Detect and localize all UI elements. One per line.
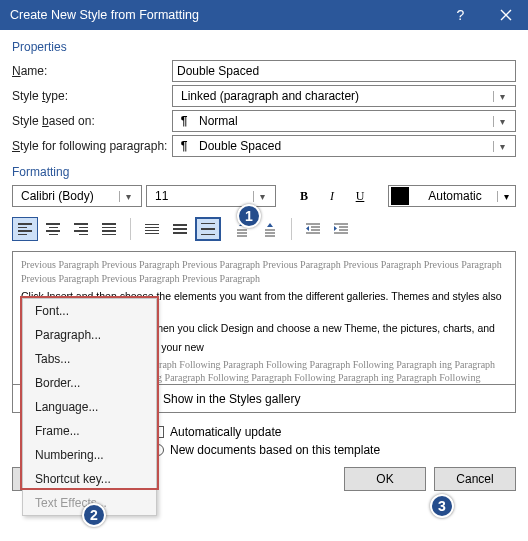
paragraph-toolbar [12, 217, 516, 241]
dialog-title: Create New Style from Formatting [10, 8, 438, 22]
name-input[interactable] [172, 60, 516, 82]
cancel-button[interactable]: Cancel [434, 467, 516, 491]
formatting-heading: Formatting [12, 165, 516, 179]
decrease-indent-button[interactable] [300, 217, 326, 241]
help-button[interactable]: ? [438, 0, 483, 30]
styletype-label: Style type: [12, 89, 172, 103]
spacing-single-button[interactable] [139, 217, 165, 241]
preview-prev-para: Previous Paragraph Previous Paragraph Pr… [21, 258, 507, 285]
menu-paragraph[interactable]: Paragraph... [23, 323, 156, 347]
font-color-select[interactable]: Automatic ▾ [388, 185, 516, 207]
increase-indent-button[interactable] [328, 217, 354, 241]
spacing-double-button[interactable] [195, 217, 221, 241]
ok-button[interactable]: OK [344, 467, 426, 491]
align-right-button[interactable] [68, 217, 94, 241]
callout-2: 2 [82, 503, 106, 527]
menu-font[interactable]: Font... [23, 299, 156, 323]
menu-language[interactable]: Language... [23, 395, 156, 419]
chevron-down-icon: ▾ [253, 191, 271, 202]
space-before-decrease-button[interactable] [257, 217, 283, 241]
spacing-onehalf-button[interactable] [167, 217, 193, 241]
title-bar: Create New Style from Formatting ? [0, 0, 528, 30]
callout-1: 1 [237, 204, 261, 228]
menu-tabs[interactable]: Tabs... [23, 347, 156, 371]
properties-heading: Properties [12, 40, 516, 54]
menu-frame[interactable]: Frame... [23, 419, 156, 443]
format-menu: Font... Paragraph... Tabs... Border... L… [22, 298, 157, 516]
align-justify-button[interactable] [96, 217, 122, 241]
italic-button[interactable]: I [320, 185, 344, 207]
font-size-select[interactable]: 11 ▾ [146, 185, 276, 207]
following-select[interactable]: ¶ Double Spaced ▾ [172, 135, 516, 157]
following-label: Style for following paragraph: [12, 139, 172, 153]
basedon-label: Style based on: [12, 114, 172, 128]
chevron-down-icon: ▾ [119, 191, 137, 202]
chevron-down-icon: ▾ [493, 116, 511, 127]
color-swatch-icon [391, 187, 409, 205]
chevron-down-icon: ▾ [493, 91, 511, 102]
paragraph-mark-icon: ¶ [177, 139, 191, 153]
chevron-down-icon: ▾ [493, 141, 511, 152]
align-center-button[interactable] [40, 217, 66, 241]
underline-button[interactable]: U [348, 185, 372, 207]
menu-border[interactable]: Border... [23, 371, 156, 395]
bold-button[interactable]: B [292, 185, 316, 207]
basedon-select[interactable]: ¶ Normal ▾ [172, 110, 516, 132]
separator [130, 218, 131, 240]
styletype-select[interactable]: Linked (paragraph and character) ▾ [172, 85, 516, 107]
name-label: Name: [12, 64, 172, 78]
callout-3: 3 [430, 494, 454, 518]
menu-numbering[interactable]: Numbering... [23, 443, 156, 467]
separator [291, 218, 292, 240]
close-button[interactable] [483, 0, 528, 30]
align-left-button[interactable] [12, 217, 38, 241]
font-select[interactable]: Calibri (Body) ▾ [12, 185, 142, 207]
paragraph-mark-icon: ¶ [177, 114, 191, 128]
chevron-down-icon: ▾ [497, 191, 515, 202]
menu-shortcut[interactable]: Shortcut key... [23, 467, 156, 491]
